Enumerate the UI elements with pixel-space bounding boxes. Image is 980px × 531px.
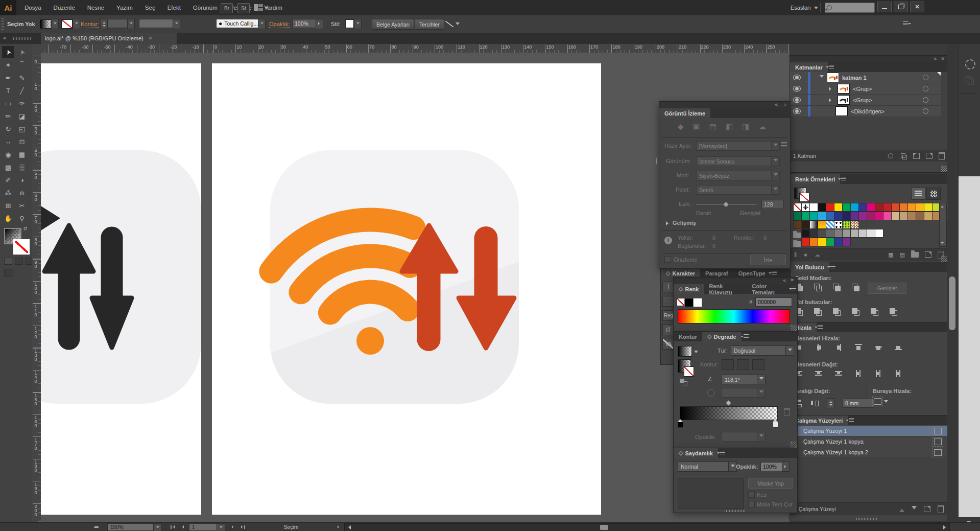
brush-dropdown[interactable] bbox=[258, 19, 266, 29]
stroke-weight-dropdown[interactable] bbox=[127, 19, 135, 29]
swatch[interactable] bbox=[826, 203, 834, 212]
menu-nesne[interactable]: Nesne bbox=[81, 0, 110, 15]
swatch-gradient[interactable] bbox=[809, 220, 818, 229]
stroke-weight-label[interactable]: Kontur: bbox=[81, 21, 99, 28]
swatch[interactable] bbox=[867, 212, 875, 220]
curvature-tool[interactable]: ✎ bbox=[16, 72, 28, 84]
swatch[interactable] bbox=[809, 238, 818, 246]
gradient-tool[interactable]: ▒ bbox=[16, 161, 28, 173]
gradient-midpoint[interactable] bbox=[726, 401, 731, 406]
new-sublayer-icon[interactable] bbox=[913, 153, 920, 159]
panel-drag-handle[interactable] bbox=[725, 510, 745, 512]
scrollbar-thumb[interactable] bbox=[600, 525, 608, 530]
menu-efekt[interactable]: Efekt bbox=[161, 0, 187, 15]
eraser-tool[interactable]: ◪ bbox=[16, 110, 28, 122]
scale-tool[interactable]: ◱ bbox=[16, 123, 28, 135]
swatch[interactable] bbox=[867, 229, 875, 238]
swatch[interactable] bbox=[834, 212, 843, 220]
close-button[interactable]: ✕ bbox=[910, 2, 924, 12]
menu-g-r-n-m[interactable]: Görünüm bbox=[187, 0, 224, 15]
zoom-tool[interactable]: ⚲ bbox=[16, 212, 28, 224]
tab-color[interactable]: ◇Renk bbox=[674, 284, 704, 294]
st-button[interactable]: St bbox=[237, 3, 250, 13]
pathfinder-crop[interactable] bbox=[852, 308, 859, 315]
swatch[interactable] bbox=[850, 229, 859, 238]
aspect-ratio-dropdown[interactable] bbox=[722, 388, 766, 398]
gradient-stop-start[interactable] bbox=[678, 422, 683, 428]
swatch[interactable] bbox=[891, 203, 900, 212]
swatch[interactable] bbox=[883, 212, 892, 220]
invert-mask-checkbox[interactable] bbox=[748, 501, 755, 507]
swatch[interactable] bbox=[818, 212, 826, 220]
blend-mode-dropdown[interactable]: Normal bbox=[678, 461, 737, 472]
distribute-h-center-button[interactable] bbox=[875, 370, 882, 377]
tab-pathfinder[interactable]: Yol Bulucu bbox=[790, 262, 829, 272]
swatch[interactable] bbox=[875, 229, 883, 238]
artboard-row[interactable]: 1Çalışma Yüzeyi 1 bbox=[790, 426, 948, 436]
layer-thumbnail[interactable] bbox=[838, 84, 850, 94]
ruler-origin[interactable] bbox=[32, 44, 41, 53]
swatch[interactable] bbox=[842, 238, 851, 246]
swatch-group-folder[interactable] bbox=[793, 241, 801, 247]
swatch[interactable] bbox=[858, 212, 867, 220]
distribute-h-right-button[interactable] bbox=[895, 370, 902, 377]
stroke-weight-stepper[interactable] bbox=[100, 19, 108, 29]
lasso-tool[interactable]: ⌒ bbox=[16, 59, 28, 71]
expand-button[interactable]: Genişlet bbox=[868, 283, 906, 294]
orange-logo-group[interactable] bbox=[270, 150, 519, 404]
document-layout-button[interactable] bbox=[254, 4, 269, 11]
swatch[interactable] bbox=[850, 212, 859, 220]
align-glyphs-button[interactable] bbox=[445, 20, 460, 27]
resize-grip[interactable] bbox=[941, 166, 947, 172]
swatch[interactable] bbox=[834, 238, 843, 246]
layer-thumbnail[interactable] bbox=[827, 73, 839, 82]
threshold-field[interactable]: 128 bbox=[761, 200, 784, 209]
pencil-tool[interactable]: ✏ bbox=[2, 110, 14, 122]
horizontal-space-icon[interactable] bbox=[811, 400, 819, 407]
swatch-options-icon[interactable]: ▤ bbox=[900, 251, 905, 258]
white-swatch[interactable] bbox=[693, 298, 702, 307]
view-eye-icon[interactable] bbox=[656, 157, 657, 165]
new-artboard-icon[interactable] bbox=[924, 506, 930, 512]
tab-stroke[interactable]: Kontur bbox=[674, 332, 702, 341]
black-logo-group[interactable] bbox=[41, 150, 201, 404]
opacity-spinner[interactable] bbox=[782, 461, 790, 472]
draw-behind-mode-button[interactable] bbox=[15, 258, 23, 265]
spacing-field[interactable]: 0 mm bbox=[843, 399, 874, 408]
artboards-menu-icon[interactable] bbox=[846, 418, 854, 423]
visibility-eye-icon[interactable] bbox=[793, 86, 801, 91]
scroll-down-icon[interactable] bbox=[941, 242, 944, 245]
tools-grip[interactable] bbox=[13, 37, 31, 40]
symbol-sprayer-tool[interactable]: ⁂ bbox=[2, 187, 14, 199]
target-circle[interactable] bbox=[923, 86, 928, 91]
trace-preset-icon[interactable]: ◧ bbox=[726, 122, 733, 131]
swatch[interactable] bbox=[850, 203, 859, 212]
swatch[interactable] bbox=[924, 212, 933, 220]
last-artboard-button[interactable] bbox=[238, 523, 246, 530]
symbols-panel-icon[interactable] bbox=[965, 59, 975, 70]
blend-tool[interactable]: ◑ bbox=[16, 174, 28, 186]
prev-artboard-button[interactable] bbox=[178, 523, 186, 530]
current-stroke-swatch[interactable] bbox=[799, 193, 809, 202]
resize-grip[interactable] bbox=[791, 442, 797, 448]
visibility-eye-icon[interactable] bbox=[793, 75, 801, 80]
menu-dosya[interactable]: Dosya bbox=[18, 0, 47, 15]
swatch[interactable] bbox=[858, 203, 867, 212]
palette-dropdown[interactable]: Sınırlı bbox=[696, 185, 780, 195]
artboard-icon[interactable] bbox=[934, 449, 942, 456]
dock-scrollbar-thumb[interactable] bbox=[949, 276, 955, 330]
swatch[interactable] bbox=[801, 212, 810, 220]
swatch[interactable] bbox=[891, 212, 900, 220]
shape-mode-intersect[interactable] bbox=[833, 284, 841, 291]
width-profile-dropdown[interactable] bbox=[173, 19, 180, 29]
stroke-along-icon[interactable] bbox=[737, 359, 749, 370]
fill-swatch[interactable] bbox=[40, 19, 51, 29]
layer-row[interactable]: katman 1 bbox=[790, 72, 941, 83]
resize-grip[interactable] bbox=[791, 325, 797, 331]
color-themes-icon[interactable]: ⨳ bbox=[804, 251, 807, 258]
zoom-dropdown[interactable] bbox=[153, 523, 162, 531]
eyedropper-tool[interactable]: ✐ bbox=[2, 174, 14, 186]
stroke-swatch[interactable] bbox=[61, 19, 73, 29]
swatch[interactable] bbox=[826, 212, 834, 220]
distribute-h-left-button[interactable] bbox=[855, 370, 863, 377]
